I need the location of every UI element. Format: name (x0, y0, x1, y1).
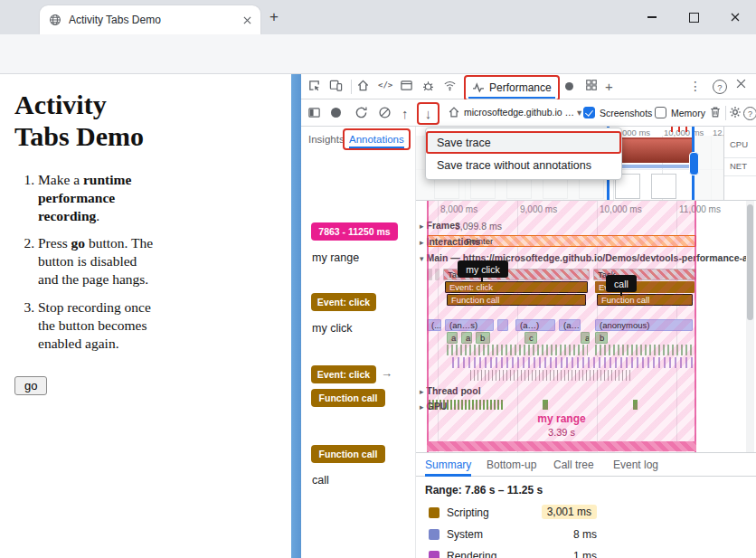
overview-right-grip[interactable] (689, 152, 699, 175)
js-frame-bar[interactable]: a (461, 332, 472, 344)
link-annotation-from-badge[interactable]: Event: click (311, 365, 376, 383)
js-frame-bar[interactable]: b (476, 332, 490, 344)
menu-item-save-trace-without-annotations[interactable]: Save trace without annotations (426, 154, 621, 176)
details-pane: Summary Bottom-up Call tree Event log Ra… (416, 452, 756, 558)
tab-bottom-up[interactable]: Bottom-up (487, 459, 536, 471)
track-thread-pool[interactable]: ▸Thread pool (420, 385, 481, 396)
upload-trace-button[interactable]: ↑ (402, 106, 409, 121)
range-annotation-name[interactable]: my range (427, 412, 696, 425)
track-interactions[interactable]: ▸Interactions (420, 236, 480, 247)
track-gpu[interactable]: ▸GPU (420, 401, 447, 411)
trash-icon[interactable] (709, 106, 722, 118)
range-annotation-duration: 3.39 s (427, 427, 696, 438)
legend-name: System (447, 528, 483, 541)
menu-item-save-trace[interactable]: Save trace (426, 131, 621, 154)
function-call-bar[interactable]: Function call (447, 294, 586, 306)
maximize-button[interactable] (673, 0, 714, 34)
js-frame-bar[interactable]: (...) (427, 319, 441, 331)
link-annotation-to-badge[interactable]: Function call (311, 389, 385, 407)
ruler-label: 9,000 ms (520, 204, 557, 214)
js-frame-bar[interactable]: (anonymous) (595, 319, 693, 331)
scrollbar-thumb[interactable] (747, 204, 753, 320)
flame-activity[interactable] (470, 370, 633, 381)
js-frame-bar[interactable]: (a…) (515, 319, 555, 331)
function-call-bar[interactable]: Function call (597, 294, 693, 306)
annotations-sidebar: Insights Annotations 7863 - 11250 ms my … (301, 127, 416, 558)
inspect-icon[interactable] (307, 79, 321, 92)
toggle-sidebar-icon[interactable] (307, 106, 321, 119)
new-tab-button[interactable]: + (269, 8, 279, 26)
js-frame-bar[interactable]: c (524, 332, 537, 344)
recorder-panel-icon[interactable] (565, 82, 573, 90)
minimize-button[interactable] (631, 0, 673, 34)
perf-help-icon[interactable]: ? (743, 107, 756, 120)
legend-name: Rendering (447, 550, 496, 558)
record-button[interactable] (331, 108, 341, 118)
list-item: Stop recording once the button becomes e… (38, 298, 156, 353)
js-frame-bar[interactable]: a (447, 332, 458, 344)
console-panel-icon[interactable] (400, 79, 413, 92)
link-arrow-icon: → (381, 366, 392, 380)
entry-annotation-badge[interactable]: Event: click (311, 293, 376, 311)
js-frame-bar[interactable]: (a…s) (559, 319, 581, 331)
settings-gear-icon[interactable] (729, 106, 742, 118)
help-button[interactable]: ? (713, 80, 727, 94)
tab-close-icon[interactable] (243, 16, 251, 24)
trace-history-dropdown[interactable]: microsoftedge.github.io … ▾ (464, 107, 581, 118)
legend-color-system (429, 529, 439, 540)
gpu-activity[interactable] (543, 400, 548, 410)
tab-event-log[interactable]: Event log (613, 459, 658, 471)
browser-tab[interactable]: Activity Tabs Demo (40, 5, 260, 34)
memory-checkbox[interactable] (655, 107, 666, 118)
screenshot-thumbnail[interactable] (651, 174, 676, 199)
legend-value: 8 ms (515, 528, 597, 541)
save-trace-button[interactable]: ↓ (421, 106, 436, 121)
device-toolbar-icon[interactable] (329, 79, 343, 92)
tab-call-tree[interactable]: Call tree (553, 459, 594, 471)
event-click-bar[interactable]: Event: click (445, 281, 588, 293)
entry-label-stem (620, 292, 622, 296)
go-button[interactable]: go (14, 376, 47, 395)
entry-annotation-badge[interactable]: Function call (311, 445, 385, 463)
gpu-activity[interactable] (633, 400, 638, 410)
close-devtools-button[interactable] (736, 79, 746, 89)
tab-annotations[interactable]: Annotations (349, 134, 404, 148)
flame-activity[interactable] (595, 345, 693, 355)
flame-activity[interactable] (452, 357, 695, 368)
page-title: Activity Tabs Demo (14, 89, 150, 153)
track-frames[interactable]: ▸Frames (420, 220, 460, 231)
devtools-menu-button[interactable]: ⋮ (689, 79, 702, 93)
clear-button[interactable] (378, 106, 392, 119)
layout-panel-icon[interactable] (585, 79, 598, 91)
range-annotation-label[interactable]: my range (312, 251, 359, 264)
entry-label-call[interactable]: call (606, 275, 637, 292)
add-panel-button[interactable]: + (605, 79, 613, 94)
timeline-scrollbar[interactable] (746, 201, 754, 452)
record-and-reload-button[interactable] (354, 106, 368, 119)
network-panel-icon[interactable] (443, 79, 457, 92)
js-frame-bar[interactable]: b (595, 332, 608, 344)
entry-label-my-click[interactable]: my click (458, 260, 508, 278)
meter-divider (724, 157, 756, 158)
issues-panel-icon[interactable] (421, 79, 435, 92)
tab-insights[interactable]: Insights (308, 134, 345, 145)
entry-annotation-label[interactable]: call (312, 474, 329, 487)
welcome-panel-icon[interactable] (356, 79, 370, 92)
tab-summary[interactable]: Summary (425, 459, 471, 477)
js-frame-bar[interactable]: (an…s) (445, 319, 494, 331)
task-bar[interactable] (435, 269, 439, 280)
toolbar-separator (725, 106, 726, 120)
range-annotation-band[interactable] (427, 441, 696, 451)
js-frame-bar[interactable] (497, 319, 508, 331)
tab-performance[interactable]: Performance (468, 78, 555, 99)
entry-annotation-label[interactable]: my click (312, 322, 352, 335)
screenshots-checkbox[interactable] (583, 107, 595, 118)
js-frame-bar[interactable]: a (581, 332, 590, 344)
close-window-button[interactable] (714, 0, 756, 34)
range-annotation-badge[interactable]: 7863 - 11250 ms (311, 222, 398, 241)
flame-activity[interactable] (447, 345, 588, 355)
elements-panel-icon[interactable]: </> (378, 80, 392, 90)
devtools-splitter[interactable] (291, 74, 301, 558)
legend-value: 3,001 ms (515, 506, 597, 518)
live-metrics-home-icon[interactable] (448, 106, 460, 118)
